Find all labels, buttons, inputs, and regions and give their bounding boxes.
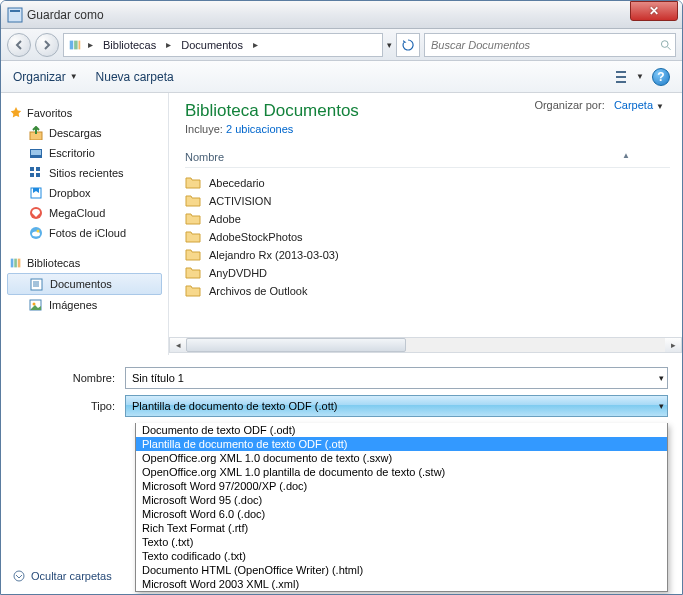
scroll-right-button[interactable]: ▸ bbox=[665, 338, 681, 352]
sidebar-item[interactable]: MegaCloud bbox=[7, 203, 162, 223]
list-item[interactable]: ACTIVISION bbox=[185, 192, 670, 210]
nav-bar: ▸ Bibliotecas ▸ Documentos ▸ ▾ bbox=[1, 29, 682, 61]
scroll-left-button[interactable]: ◂ bbox=[170, 338, 186, 352]
sidebar-item-label: Escritorio bbox=[49, 147, 95, 159]
libraries-icon bbox=[9, 256, 23, 270]
column-headers[interactable]: Nombre ▲ bbox=[185, 147, 670, 168]
libraries-label: Bibliotecas bbox=[27, 257, 80, 269]
chevron-down-icon: ▼ bbox=[656, 102, 664, 111]
chevron-down-icon[interactable]: ▾ bbox=[659, 373, 664, 383]
chevron-down-icon bbox=[13, 570, 25, 582]
svg-rect-14 bbox=[36, 167, 40, 171]
list-item[interactable]: AdobeStockPhotos bbox=[185, 228, 670, 246]
chevron-down-icon: ▼ bbox=[636, 72, 644, 81]
filetype-field[interactable]: Plantilla de documento de texto ODF (.ot… bbox=[125, 395, 668, 417]
type-label: Tipo: bbox=[15, 400, 125, 412]
list-item[interactable]: Alejandro Rx (2013-03-03) bbox=[185, 246, 670, 264]
sidebar-item-label: Fotos de iCloud bbox=[49, 227, 126, 239]
list-item[interactable]: AnyDVDHD bbox=[185, 264, 670, 282]
scroll-thumb[interactable] bbox=[186, 338, 406, 352]
favorites-header[interactable]: Favoritos bbox=[7, 103, 162, 123]
sidebar-item[interactable]: Imágenes bbox=[7, 295, 162, 315]
folder-icon bbox=[185, 266, 201, 280]
hide-folders-link[interactable]: Ocultar carpetas bbox=[31, 570, 112, 582]
svg-rect-7 bbox=[616, 71, 626, 73]
item-icon bbox=[29, 206, 43, 220]
filetype-option[interactable]: Plantilla de documento de texto ODF (.ot… bbox=[136, 437, 667, 451]
filetype-option[interactable]: OpenOffice.org XML 1.0 plantilla de docu… bbox=[136, 465, 667, 479]
help-icon: ? bbox=[657, 70, 664, 84]
svg-rect-12 bbox=[31, 150, 41, 155]
sidebar-item[interactable]: Fotos de iCloud bbox=[7, 223, 162, 243]
search-input[interactable] bbox=[429, 38, 660, 52]
chevron-right-icon: ▸ bbox=[251, 39, 260, 50]
organize-by-label: Organizar por: bbox=[534, 99, 604, 111]
sidebar-item-label: Sitios recientes bbox=[49, 167, 124, 179]
arrow-left-icon bbox=[14, 40, 24, 50]
sort-indicator-icon: ▲ bbox=[622, 151, 630, 163]
locations-link[interactable]: 2 ubicaciones bbox=[226, 123, 293, 135]
sidebar-item-label: MegaCloud bbox=[49, 207, 105, 219]
sidebar-item[interactable]: Sitios recientes bbox=[7, 163, 162, 183]
svg-rect-3 bbox=[74, 40, 78, 49]
svg-rect-13 bbox=[30, 167, 34, 171]
help-button[interactable]: ? bbox=[652, 68, 670, 86]
filetype-option[interactable]: Microsoft Word 2003 XML (.xml) bbox=[136, 577, 667, 591]
svg-rect-15 bbox=[30, 173, 34, 177]
sidebar-item[interactable]: Escritorio bbox=[7, 143, 162, 163]
filetype-option[interactable]: Documento de texto ODF (.odt) bbox=[136, 423, 667, 437]
save-as-dialog: Guardar como ✕ ▸ Bibliotecas ▸ Documento… bbox=[0, 0, 683, 595]
filetype-option[interactable]: Documento HTML (OpenOffice Writer) (.htm… bbox=[136, 563, 667, 577]
app-icon bbox=[7, 7, 23, 23]
sidebar-item[interactable]: Dropbox bbox=[7, 183, 162, 203]
column-name[interactable]: Nombre bbox=[185, 151, 622, 163]
filename-field[interactable]: Sin título 1 ▾ bbox=[125, 367, 668, 389]
filetype-dropdown-list[interactable]: Documento de texto ODF (.odt)Plantilla d… bbox=[135, 423, 668, 592]
file-name: Adobe bbox=[209, 213, 241, 225]
breadcrumb[interactable]: ▸ Bibliotecas ▸ Documentos ▸ bbox=[63, 33, 383, 57]
folder-icon bbox=[185, 230, 201, 244]
list-item[interactable]: Abecedario bbox=[185, 174, 670, 192]
refresh-button[interactable] bbox=[396, 33, 420, 57]
main-pane: Biblioteca Documentos Incluye: 2 ubicaci… bbox=[169, 93, 682, 355]
filetype-option[interactable]: Rich Text Format (.rtf) bbox=[136, 521, 667, 535]
search-field[interactable] bbox=[424, 33, 676, 57]
horizontal-scrollbar[interactable]: ◂ ▸ bbox=[169, 337, 682, 353]
item-icon bbox=[30, 277, 44, 291]
view-options-button[interactable]: ▼ bbox=[616, 70, 644, 84]
libraries-header[interactable]: Bibliotecas bbox=[7, 253, 162, 273]
filetype-option[interactable]: Texto (.txt) bbox=[136, 535, 667, 549]
sidebar-item-label: Documentos bbox=[50, 278, 112, 290]
svg-rect-23 bbox=[14, 259, 17, 268]
chevron-down-icon[interactable]: ▾ bbox=[659, 401, 664, 411]
history-dropdown[interactable]: ▾ bbox=[387, 40, 392, 50]
organize-by-value[interactable]: Carpeta ▼ bbox=[614, 99, 664, 111]
scroll-track[interactable] bbox=[186, 338, 665, 352]
forward-button[interactable] bbox=[35, 33, 59, 57]
svg-rect-4 bbox=[79, 40, 81, 49]
list-item[interactable]: Adobe bbox=[185, 210, 670, 228]
breadcrumb-libraries[interactable]: Bibliotecas bbox=[99, 37, 160, 53]
file-name: Alejandro Rx (2013-03-03) bbox=[209, 249, 339, 261]
form-area: Nombre: Sin título 1 ▾ Tipo: Plantilla d… bbox=[1, 355, 682, 595]
sidebar: Favoritos DescargasEscritorioSitios reci… bbox=[1, 93, 169, 355]
filetype-option[interactable]: Microsoft Word 97/2000/XP (.doc) bbox=[136, 479, 667, 493]
chevron-down-icon: ▼ bbox=[70, 72, 78, 81]
organize-button[interactable]: Organizar ▼ bbox=[13, 70, 78, 84]
new-folder-button[interactable]: Nueva carpeta bbox=[96, 70, 174, 84]
breadcrumb-documents[interactable]: Documentos bbox=[177, 37, 247, 53]
filetype-option[interactable]: Microsoft Word 95 (.doc) bbox=[136, 493, 667, 507]
sidebar-item[interactable]: Documentos bbox=[7, 273, 162, 295]
filetype-option[interactable]: Texto codificado (.txt) bbox=[136, 549, 667, 563]
sidebar-item[interactable]: Descargas bbox=[7, 123, 162, 143]
svg-line-6 bbox=[667, 46, 670, 49]
back-button[interactable] bbox=[7, 33, 31, 57]
list-item[interactable]: Archivos de Outlook bbox=[185, 282, 670, 300]
svg-rect-2 bbox=[70, 40, 74, 49]
filetype-option[interactable]: OpenOffice.org XML 1.0 documento de text… bbox=[136, 451, 667, 465]
folder-icon bbox=[185, 248, 201, 262]
filetype-option[interactable]: Microsoft Word 6.0 (.doc) bbox=[136, 507, 667, 521]
file-name: Archivos de Outlook bbox=[209, 285, 307, 297]
search-icon bbox=[660, 39, 671, 51]
close-button[interactable]: ✕ bbox=[630, 1, 678, 21]
